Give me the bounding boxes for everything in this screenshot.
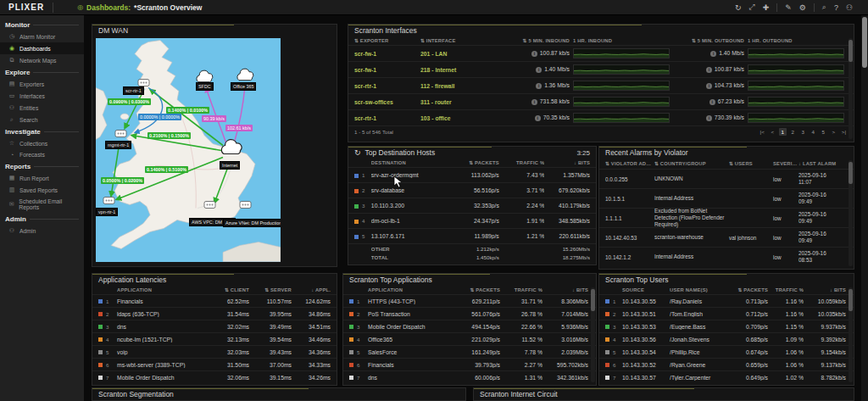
page-button[interactable]: > [830, 128, 837, 136]
application-name[interactable]: ncube-lm (1521-TCP) [117, 337, 209, 343]
sidebar-item[interactable]: ⚇Entities [0, 102, 84, 114]
col-traffic[interactable]: TRAFFIC % [500, 287, 542, 292]
source-address[interactable]: 10.143.30.53 [622, 324, 670, 330]
info-icon[interactable]: i [706, 115, 712, 121]
alarm-row[interactable]: 10.142.1.2 Internal Address low 2025-09-… [599, 247, 854, 266]
info-icon[interactable]: i [710, 51, 716, 57]
page-button[interactable]: |< [759, 128, 766, 136]
col-interface[interactable]: ⇅ INTERFACE [420, 38, 498, 43]
col-destination[interactable]: DESTINATION [371, 160, 447, 165]
application-row[interactable]: 7 dns 60.006p/s 1.31 % 342.361kb/s [343, 370, 596, 383]
source-address[interactable]: 10.143.30.55 [622, 298, 670, 304]
page-button[interactable]: 3 [799, 128, 807, 136]
col-severity[interactable]: SEVERITY [773, 161, 798, 166]
network-map[interactable]: 0.0900% | 0.0300%0.1400% | 0.0100%0.0000… [96, 38, 281, 262]
destination-row[interactable]: 5 13.107.6.171 11.989p/s 1.21 % 220.611k… [348, 228, 596, 243]
destination-host[interactable]: srv-azr-ordermgmt [371, 172, 447, 178]
panel-scrollbar[interactable] [849, 38, 853, 139]
application-name[interactable]: Financials [368, 362, 451, 368]
panel-scrollbar[interactable] [849, 160, 853, 266]
user-icon[interactable]: ⚇ [846, 3, 853, 12]
exporter-link[interactable]: scr-fw-1 [354, 51, 420, 57]
application-name[interactable]: SalesForce [368, 349, 451, 355]
user-row[interactable]: 2 10.143.30.51 /Tom.English 0.712p/s 1.1… [599, 307, 854, 320]
destination-host[interactable]: dm-oci-lb-1 [371, 218, 447, 224]
sidebar-item[interactable]: ✉Scheduled Email Reports [0, 196, 84, 213]
sidebar-item[interactable]: ☆Collections [0, 137, 84, 149]
gear-icon[interactable]: ⚙ [799, 3, 806, 12]
application-name[interactable]: HTTPS (443-TCP) [368, 298, 451, 304]
map-node-label[interactable]: vpn-rtr-1 [96, 208, 118, 216]
edit-icon[interactable]: ✎ [785, 3, 792, 12]
application-row[interactable]: 6 Financials 39.793p/s 2.27 % 595.702kb/… [343, 358, 596, 370]
interface-row[interactable]: scr-sw-offices 311 - router i731.58 kb/s… [348, 93, 854, 109]
violator-address[interactable]: 10.1.5.1 [605, 196, 654, 202]
move-icon[interactable]: ✚ [763, 3, 770, 12]
violator-address[interactable]: 1.1.1.1 [605, 215, 654, 221]
interface-link[interactable]: 218 - Internet [420, 67, 498, 73]
violator-address[interactable]: 10.142.1.2 [605, 254, 654, 260]
col-traffic[interactable]: TRAFFIC % [768, 287, 804, 292]
page-button[interactable]: 2 [789, 128, 797, 136]
map-node-label[interactable]: Internet [220, 161, 240, 170]
col-application[interactable]: APPLICATION [117, 287, 209, 292]
violator-address[interactable]: 0.0.0.255 [605, 176, 654, 182]
sidebar-item[interactable]: ▤Exporters [0, 78, 84, 90]
info-icon[interactable]: i [536, 67, 542, 73]
info-icon[interactable]: i [706, 83, 712, 89]
info-icon[interactable]: i [535, 115, 541, 121]
col-appl[interactable]: ↓ APPL. [292, 287, 331, 292]
source-address[interactable]: 10.143.30.56 [622, 337, 670, 343]
col-packets[interactable]: ⇅ PACKETS [727, 287, 768, 292]
destination-host[interactable]: 10.110.3.200 [371, 203, 447, 209]
col-5min-outbound[interactable]: ⇅ 5 MIN. OUTBOUND [673, 38, 744, 43]
application-name[interactable]: PoS Transaction [368, 311, 451, 317]
sidebar-item[interactable]: ▭Interfaces [0, 90, 84, 102]
breadcrumb-section[interactable]: Dashboards: [86, 3, 131, 12]
refresh-icon[interactable]: ↻ [735, 3, 742, 12]
help-icon[interactable]: ? [834, 3, 838, 12]
destination-row[interactable]: 4 dm-oci-lb-1 24.347p/s 1.91 % 348.585kb… [348, 213, 596, 228]
interface-link[interactable]: 311 - router [420, 99, 498, 105]
destination-row[interactable]: 3 10.110.3.200 32.353p/s 2.24 % 410.179k… [348, 198, 596, 213]
user-name[interactable]: /Tyler.Carpenter [670, 375, 727, 381]
map-node-label[interactable]: Office 365 [231, 82, 256, 91]
alarm-row[interactable]: 1.1.1.1 Excluded from BotNet Detection (… [599, 208, 854, 227]
col-user-names[interactable]: USER NAME(S) [670, 287, 727, 292]
sidebar-item[interactable]: ▦Run Report [0, 172, 84, 184]
info-icon[interactable]: i [709, 99, 715, 105]
source-address[interactable]: 10.143.30.52 [622, 362, 670, 368]
sidebar-item[interactable]: ⧉Network Maps [0, 54, 84, 66]
page-scrollbar[interactable] [861, 15, 868, 401]
col-bits[interactable]: ↓ BITS [542, 287, 588, 292]
application-row[interactable]: 4 Office365 221.029p/s 11.52 % 3.016Mb/s [343, 332, 596, 345]
page-button[interactable]: >| [840, 128, 848, 136]
refresh-icon[interactable]: ↻ [354, 148, 361, 157]
alarm-row[interactable]: 10.1.5.1 Internal Address low 2025-09-16… [599, 188, 854, 208]
col-violator-addresses[interactable]: ⇅ VIOLATOR ADDRESSES [605, 161, 654, 166]
info-icon[interactable]: i [536, 83, 542, 89]
application-name[interactable]: Mobile Order Dispatch [117, 375, 209, 381]
user-name[interactable]: /Ray.Daniels [670, 298, 727, 304]
page-button[interactable]: 1 [779, 128, 787, 136]
interface-link[interactable]: 112 - firewall [420, 83, 498, 89]
alarm-row[interactable]: 10.142.40.53 scranton-warehouse val john… [599, 227, 854, 247]
interface-link[interactable]: 103 - office [420, 115, 498, 121]
application-name[interactable]: Financials [117, 298, 209, 304]
col-client[interactable]: ⇅ CLIENT [209, 287, 249, 292]
application-name[interactable]: ldaps (636-TCP) [117, 311, 209, 317]
latency-row[interactable]: 2 ldaps (636-TCP) 31.54ms 39.95ms 34.86m… [92, 307, 337, 320]
user-row[interactable]: 3 10.143.30.53 /Eugene.Bass 0.709p/s 1.1… [599, 320, 854, 332]
user-row[interactable]: 4 10.143.30.56 /Jonah.Stevens 0.685p/s 1… [599, 332, 854, 345]
sidebar-item[interactable]: ◔Forecasts [0, 149, 84, 160]
map-node-label[interactable]: SFDC [196, 82, 214, 91]
application-row[interactable]: 1 HTTPS (443-TCP) 629.211p/s 31.71 % 8.3… [343, 294, 596, 307]
search-icon[interactable]: ⌕ [822, 3, 826, 12]
application-name[interactable]: dns [368, 375, 451, 381]
destination-row[interactable]: 2 srv-database 56.516p/s 3.71 % 679.620k… [348, 182, 596, 198]
info-icon[interactable]: i [531, 99, 537, 105]
col-1hr-inbound[interactable]: 1 HR. INBOUND [570, 38, 673, 43]
interface-link[interactable]: 201 - LAN [420, 51, 498, 57]
interface-row[interactable]: scr-rtr-1 103 - office i70.35 kb/s i730.… [348, 109, 854, 125]
page-button[interactable]: 5 [820, 128, 827, 136]
